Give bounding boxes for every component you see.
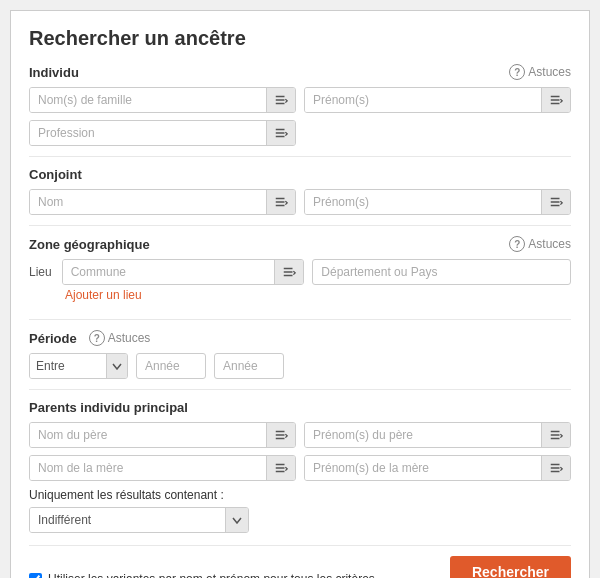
prenom-pere-field [304, 422, 571, 448]
conjoint-label: Conjoint [29, 167, 82, 182]
list-icon [549, 461, 563, 475]
indifferent-arrow [225, 508, 248, 532]
variantes-text: Utiliser les variantes par nom et prénom… [48, 571, 375, 578]
nom-pere-dropdown-btn[interactable] [266, 423, 295, 447]
zone-geo-astuces-icon: ? [509, 236, 525, 252]
list-icon [274, 461, 288, 475]
conjoint-nom-dropdown-btn[interactable] [266, 190, 295, 214]
individu-label: Individu [29, 65, 79, 80]
list-icon [274, 126, 288, 140]
prenom-mere-dropdown-btn[interactable] [541, 456, 570, 480]
nom-pere-input[interactable] [30, 423, 266, 447]
individu-prenom-dropdown-btn[interactable] [541, 88, 570, 112]
prenom-mere-input[interactable] [305, 456, 541, 480]
list-icon [549, 93, 563, 107]
annee2-input[interactable] [214, 353, 284, 379]
conjoint-prenom-field [304, 189, 571, 215]
individu-profession-input[interactable] [30, 121, 266, 145]
nom-mere-dropdown-btn[interactable] [266, 456, 295, 480]
dept-input[interactable] [312, 259, 571, 285]
lieu-label: Lieu [29, 265, 52, 279]
divider-4 [29, 389, 571, 390]
nom-mere-field [29, 455, 296, 481]
nom-mere-input[interactable] [30, 456, 266, 480]
individu-astuces-text: Astuces [528, 65, 571, 79]
conjoint-prenom-input[interactable] [305, 190, 541, 214]
conjoint-nom-field [29, 189, 296, 215]
list-icon [274, 195, 288, 209]
prenom-mere-field [304, 455, 571, 481]
individu-nom-input[interactable] [30, 88, 266, 112]
individu-nom-dropdown-btn[interactable] [266, 88, 295, 112]
list-icon [274, 93, 288, 107]
periode-astuces-text: Astuces [108, 331, 151, 345]
individu-profession-field [29, 120, 296, 146]
commune-dropdown-btn[interactable] [274, 260, 303, 284]
zone-geo-label: Zone géographique [29, 237, 150, 252]
footer: Utiliser les variantes par nom et prénom… [29, 556, 571, 578]
periode-astuces-link[interactable]: ? Astuces [89, 330, 151, 346]
variantes-checkbox-label[interactable]: Utiliser les variantes par nom et prénom… [29, 571, 375, 578]
conjoint-prenom-dropdown-btn[interactable] [541, 190, 570, 214]
periode-label: Période [29, 331, 77, 346]
divider-1 [29, 156, 571, 157]
search-button[interactable]: Rechercher [450, 556, 571, 578]
commune-input[interactable] [63, 260, 275, 284]
divider-5 [29, 545, 571, 546]
individu-astuces-link[interactable]: ? Astuces [509, 64, 571, 80]
list-icon [549, 428, 563, 442]
list-icon [274, 428, 288, 442]
search-form: Rechercher un ancêtre Individu ? Astuces [10, 10, 590, 578]
periode-between-select[interactable]: Entre Avant Après Exactement [30, 354, 106, 378]
parents-label: Parents individu principal [29, 400, 188, 415]
periode-between-arrow [106, 354, 127, 378]
list-icon [549, 195, 563, 209]
conjoint-nom-input[interactable] [30, 190, 266, 214]
zone-geo-astuces-text: Astuces [528, 237, 571, 251]
uniquement-label: Uniquement les résultats contenant : [29, 488, 571, 502]
variantes-checkbox[interactable] [29, 573, 42, 578]
zone-geo-astuces-link[interactable]: ? Astuces [509, 236, 571, 252]
indifferent-select[interactable]: Indifférent Père Mère Les deux [30, 508, 225, 532]
indifferent-select-wrap: Indifférent Père Mère Les deux [29, 507, 249, 533]
page-title: Rechercher un ancêtre [29, 27, 571, 50]
add-lieu-link[interactable]: Ajouter un lieu [65, 288, 142, 302]
periode-astuces-icon: ? [89, 330, 105, 346]
prenom-pere-dropdown-btn[interactable] [541, 423, 570, 447]
individu-prenom-field [304, 87, 571, 113]
list-icon [282, 265, 296, 279]
periode-between-select-wrap: Entre Avant Après Exactement [29, 353, 128, 379]
divider-3 [29, 319, 571, 320]
annee1-input[interactable] [136, 353, 206, 379]
individu-prenom-input[interactable] [305, 88, 541, 112]
nom-pere-field [29, 422, 296, 448]
prenom-pere-input[interactable] [305, 423, 541, 447]
divider-2 [29, 225, 571, 226]
individu-profession-dropdown-btn[interactable] [266, 121, 295, 145]
commune-field [62, 259, 305, 285]
individu-nom-field [29, 87, 296, 113]
individu-astuces-icon: ? [509, 64, 525, 80]
